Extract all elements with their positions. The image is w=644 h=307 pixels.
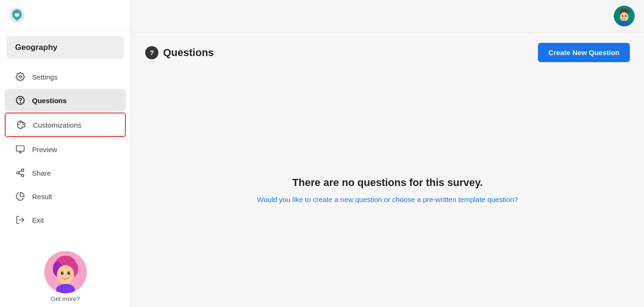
- sidebar-item-result[interactable]: Result: [5, 185, 126, 208]
- sidebar-item-questions[interactable]: Questions: [5, 89, 126, 112]
- svg-point-27: [58, 275, 62, 278]
- sidebar: Geography Settings Questions: [0, 0, 131, 307]
- page-title-icon: ?: [145, 46, 158, 59]
- page-title-group: ? Questions: [145, 46, 214, 59]
- create-new-question-button[interactable]: Create New Question: [538, 43, 630, 62]
- sidebar-item-share-label: Share: [32, 169, 51, 177]
- svg-point-7: [22, 122, 23, 124]
- svg-point-32: [620, 12, 628, 22]
- content-area: ? Questions Create New Question There ar…: [131, 32, 644, 307]
- character-avatar[interactable]: [44, 251, 87, 293]
- result-icon: [15, 191, 25, 202]
- questions-icon: [15, 95, 25, 105]
- sidebar-item-customizations[interactable]: Customizations: [5, 113, 126, 137]
- svg-point-8: [23, 124, 25, 125]
- empty-state-title: There are no questions for this survey.: [292, 177, 483, 189]
- page-header: ? Questions Create New Question: [131, 32, 644, 73]
- get-more-label: Get more?: [51, 295, 80, 302]
- logo-area: [0, 0, 131, 31]
- svg-point-25: [62, 272, 63, 273]
- empty-state: There are no questions for this survey. …: [131, 73, 644, 307]
- sidebar-item-settings-label: Settings: [32, 73, 58, 81]
- svg-point-33: [622, 15, 623, 17]
- svg-point-28: [69, 275, 73, 278]
- sidebar-item-exit-label: Exit: [32, 216, 44, 224]
- svg-line-15: [19, 173, 22, 175]
- user-avatar[interactable]: [614, 6, 635, 26]
- sidebar-item-settings[interactable]: Settings: [5, 65, 126, 88]
- main-content: ? Questions Create New Question There ar…: [131, 0, 644, 307]
- svg-point-5: [18, 124, 20, 125]
- svg-point-6: [19, 122, 21, 124]
- preview-icon: [15, 144, 25, 154]
- top-bar: [131, 0, 644, 32]
- app-logo-icon: [8, 7, 25, 24]
- empty-state-link[interactable]: Would you like to create a new question …: [257, 195, 518, 203]
- svg-point-26: [69, 272, 70, 273]
- sidebar-item-result-label: Result: [32, 193, 52, 201]
- sidebar-item-preview-label: Preview: [32, 145, 57, 154]
- svg-point-2: [19, 76, 22, 78]
- settings-icon: [15, 72, 25, 82]
- sidebar-item-preview[interactable]: Preview: [5, 138, 126, 161]
- page-title: Questions: [163, 47, 214, 59]
- sidebar-item-exit[interactable]: Exit: [5, 209, 126, 231]
- sidebar-bottom: Get more?: [0, 251, 131, 307]
- customizations-icon: [16, 120, 26, 130]
- svg-point-24: [67, 272, 70, 275]
- sidebar-nav: Settings Questions: [0, 65, 131, 232]
- sidebar-item-questions-label: Questions: [32, 97, 66, 105]
- survey-title[interactable]: Geography: [7, 36, 124, 59]
- sidebar-item-share[interactable]: Share: [5, 162, 126, 184]
- sidebar-item-customizations-label: Customizations: [33, 121, 82, 129]
- svg-line-16: [19, 170, 22, 172]
- share-icon: [15, 168, 25, 178]
- svg-point-23: [61, 272, 64, 275]
- svg-point-34: [625, 15, 627, 17]
- svg-rect-9: [17, 146, 25, 152]
- exit-icon: [15, 215, 25, 225]
- svg-point-22: [57, 265, 74, 284]
